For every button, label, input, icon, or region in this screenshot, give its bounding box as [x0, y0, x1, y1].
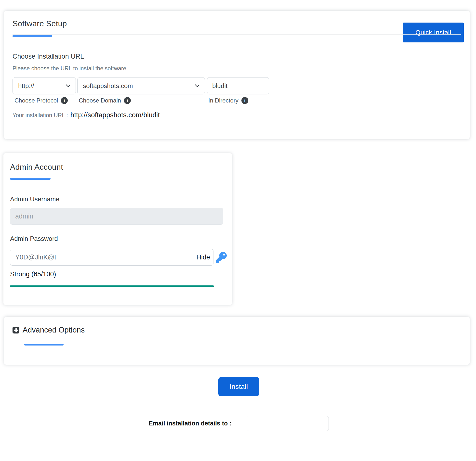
advanced-options-title: Advanced Options: [23, 326, 85, 334]
installer-page: Software Setup Quick Install Choose Inst…: [0, 0, 476, 461]
plus-square-icon[interactable]: [13, 327, 19, 333]
software-setup-title: Software Setup: [13, 19, 67, 28]
domain-label-row: Choose Domain i: [79, 97, 131, 104]
installation-url-line: Your installation URL : http://softappsh…: [13, 111, 160, 119]
admin-account-card: Admin Account Admin Username Admin Passw…: [3, 153, 232, 305]
title-accent-underline: [10, 178, 51, 180]
quick-install-button[interactable]: Quick Install: [403, 23, 464, 42]
divider: [10, 177, 225, 177]
info-icon[interactable]: i: [124, 97, 131, 104]
directory-label-row: In Directory i: [208, 97, 248, 104]
admin-password-label: Admin Password: [10, 235, 58, 243]
install-button[interactable]: Install: [218, 377, 259, 396]
domain-select[interactable]: softappshots.com: [77, 77, 205, 94]
admin-account-title: Admin Account: [10, 163, 63, 172]
choose-installation-url-subtitle: Please choose the URL to install the sof…: [13, 65, 126, 72]
title-accent-underline: [24, 344, 64, 346]
admin-password-input[interactable]: [10, 249, 213, 266]
admin-username-input[interactable]: [10, 208, 223, 225]
info-icon[interactable]: i: [241, 97, 248, 104]
title-accent-underline: [13, 35, 52, 37]
protocol-select[interactable]: http://: [13, 77, 76, 94]
password-strength-bar-fill: [10, 285, 214, 287]
password-strength-text: Strong (65/100): [10, 270, 56, 278]
hide-password-toggle[interactable]: Hide: [196, 254, 210, 261]
key-icon[interactable]: [216, 252, 227, 263]
domain-select-wrap: softappshots.com: [77, 77, 205, 94]
protocol-select-wrap: http://: [13, 77, 76, 94]
protocol-label-row: Choose Protocol i: [14, 97, 68, 104]
advanced-options-card: Advanced Options: [4, 317, 470, 365]
info-icon[interactable]: i: [61, 97, 68, 104]
installation-url-label: Your installation URL :: [13, 112, 68, 119]
directory-label: In Directory: [208, 97, 238, 104]
domain-label: Choose Domain: [79, 97, 121, 104]
admin-username-label: Admin Username: [10, 195, 59, 203]
protocol-label: Choose Protocol: [14, 97, 58, 104]
software-setup-card: Software Setup Quick Install Choose Inst…: [4, 11, 470, 139]
choose-installation-url-heading: Choose Installation URL: [13, 53, 84, 60]
advanced-options-header[interactable]: Advanced Options: [13, 326, 85, 334]
directory-input[interactable]: [207, 77, 269, 94]
email-details-label: Email installation details to :: [149, 420, 232, 427]
admin-password-field: Hide: [10, 249, 213, 266]
divider: [13, 34, 461, 35]
password-strength-bar: [10, 285, 214, 287]
installation-url-value: http://softappshots.com/bludit: [70, 111, 160, 119]
email-details-input[interactable]: [247, 416, 329, 431]
